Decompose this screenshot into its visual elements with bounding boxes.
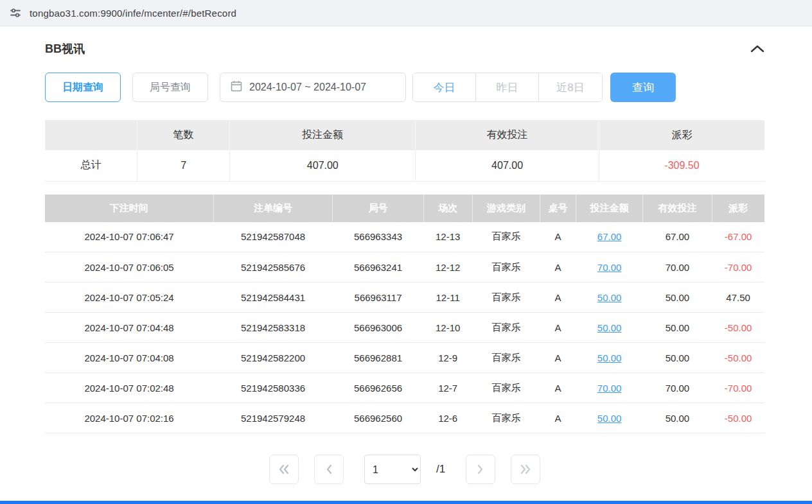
bet-amount-link[interactable]: 67.00 [597,231,622,242]
table-cell: 566962881 [333,343,423,373]
table-cell: 521942579248 [213,403,333,433]
pagination: 1 /1 [45,455,764,484]
bet-record-table: 下注时间注单编号局号场次游戏类别桌号投注金额有效投注派彩 2024-10-07 … [45,195,764,434]
table-cell: 12-12 [423,252,472,282]
table-cell: 12-10 [423,313,472,343]
quick-filter-button[interactable]: 近8日 [539,73,602,101]
table-cell: 70.00 [576,252,643,282]
summary-cell: 7 [137,150,229,181]
bet-amount-link[interactable]: 50.00 [597,292,622,303]
summary-column-header: 笔数 [137,120,229,150]
table-cell: 百家乐 [472,282,540,313]
table-cell: A [540,282,576,313]
table-cell: 2024-10-07 07:02:48 [45,373,213,403]
summary-column-header [45,120,137,150]
table-row: 2024-10-07 07:02:48521942580336566962656… [45,373,764,403]
bet-amount-link[interactable]: 50.00 [597,322,622,333]
bet-amount-link[interactable]: 50.00 [597,413,622,424]
table-row: 2024-10-07 07:02:16521942579248566962560… [45,403,764,433]
table-cell: 566963117 [333,282,423,313]
last-page-button[interactable] [511,455,540,484]
date-range-input[interactable]: 2024-10-07 ~ 2024-10-07 [220,73,406,102]
table-cell: -67.00 [712,222,764,252]
table-cell: -50.00 [712,343,764,373]
table-cell: 50.00 [576,403,643,433]
page-select[interactable]: 1 [364,455,421,484]
table-cell: 50.00 [643,403,712,433]
bet-amount-link[interactable]: 50.00 [597,352,622,363]
table-cell: 70.00 [643,373,712,403]
table-cell: 67.00 [643,222,712,252]
table-cell: -50.00 [712,403,764,433]
url-text[interactable]: tongbao31.com:9900/infe/mcenter/#/betRec… [30,8,236,19]
quick-filter-group: 今日昨日近8日 [412,73,603,102]
table-cell: 70.00 [643,252,712,282]
table-cell: 百家乐 [472,252,540,282]
table-cell: 50.00 [643,282,712,313]
bottom-accent-bar [0,501,812,504]
table-cell: -50.00 [712,313,764,343]
quick-filter-button[interactable]: 昨日 [476,73,539,101]
table-cell: 50.00 [576,343,643,373]
table-cell: 566963241 [333,252,423,282]
table-cell: 百家乐 [472,403,540,433]
date-range-value: 2024-10-07 ~ 2024-10-07 [249,82,366,93]
filter-bar: 日期查询 局号查询 2024-10-07 ~ 2024-10-07 今日昨日近8… [45,73,764,102]
table-cell: A [540,313,576,343]
quick-filter-button[interactable]: 今日 [413,73,476,101]
summary-column-header: 投注金额 [230,120,416,150]
chevron-up-icon[interactable] [750,44,764,53]
table-row: 2024-10-07 07:05:24521942584431566963117… [45,282,764,313]
table-cell: 百家乐 [472,343,540,373]
summary-column-header: 有效投注 [416,120,599,150]
first-page-button[interactable] [269,455,299,484]
site-settings-icon[interactable] [9,6,22,19]
browser-bar: tongbao31.com:9900/infe/mcenter/#/betRec… [0,0,812,26]
column-header: 下注时间 [45,195,213,222]
summary-total-row: 总计7407.00407.00-309.50 [45,150,764,181]
bet-record-panel: BB视讯 日期查询 局号查询 2024-10-07 ~ 2024-10-07 今… [0,41,812,484]
summary-cell: -309.50 [599,150,764,181]
table-cell: A [540,373,576,403]
table-cell: 521942582200 [213,343,333,373]
search-button[interactable]: 查询 [610,73,676,102]
table-cell: 12-11 [423,282,472,313]
table-cell: 50.00 [576,282,643,313]
table-cell: -70.00 [712,373,764,403]
date-query-button[interactable]: 日期查询 [45,73,121,102]
table-cell: 566962560 [333,403,423,433]
bet-amount-link[interactable]: 70.00 [597,383,622,394]
round-query-button[interactable]: 局号查询 [132,73,208,102]
table-cell: 521942585676 [213,252,333,282]
table-cell: A [540,403,576,433]
page-title: BB视讯 [45,41,85,56]
table-row: 2024-10-07 07:04:48521942583318566963006… [45,313,764,343]
table-cell: 2024-10-07 07:04:08 [45,343,213,373]
prev-page-button[interactable] [314,455,344,484]
table-cell: 12-6 [423,403,472,433]
page-total-label: /1 [436,463,445,476]
column-header: 注单编号 [213,195,333,222]
summary-cell: 407.00 [230,150,416,181]
table-cell: 47.50 [712,282,764,313]
table-row: 2024-10-07 07:04:08521942582200566962881… [45,343,764,373]
summary-column-header: 派彩 [599,120,764,150]
table-cell: 2024-10-07 07:02:16 [45,403,213,433]
table-cell: A [540,222,576,252]
table-cell: 521942583318 [213,313,333,343]
next-page-button[interactable] [466,455,495,484]
column-header: 桌号 [540,195,576,222]
table-row: 2024-10-07 07:06:05521942585676566963241… [45,252,764,282]
table-cell: 12-13 [423,222,472,252]
table-cell: 2024-10-07 07:05:24 [45,282,213,313]
column-header: 局号 [333,195,423,222]
table-cell: 50.00 [576,313,643,343]
table-cell: 70.00 [576,373,643,403]
table-cell: 67.00 [576,222,643,252]
summary-cell: 407.00 [416,150,599,181]
bet-amount-link[interactable]: 70.00 [597,262,622,273]
table-cell: 12-7 [423,373,472,403]
table-cell: A [540,343,576,373]
summary-table: 笔数投注金额有效投注派彩 总计7407.00407.00-309.50 [45,120,764,182]
table-cell: 50.00 [643,313,712,343]
